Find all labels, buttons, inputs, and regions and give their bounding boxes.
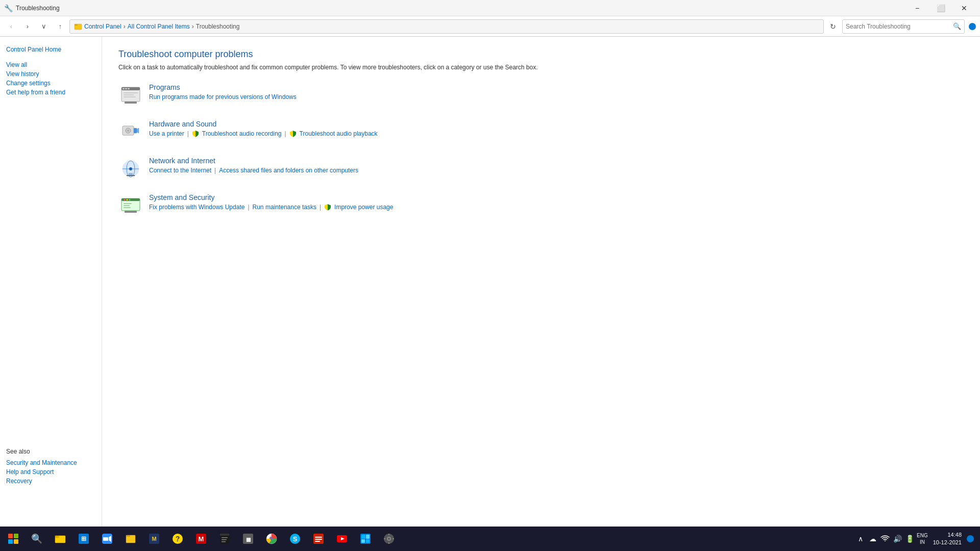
dropdown-button[interactable]: ∨: [37, 19, 51, 34]
svg-rect-31: [14, 534, 18, 538]
breadcrumb-current: Troubleshooting: [196, 23, 240, 30]
svg-text:⊞: ⊞: [81, 535, 86, 542]
files-icon: [125, 533, 137, 545]
svg-rect-29: [125, 211, 137, 213]
taskbar-chrome[interactable]: [260, 528, 283, 550]
svg-rect-77: [393, 538, 394, 539]
sidebar-item-get-help[interactable]: Get help from a friend: [6, 88, 95, 97]
tray-battery[interactable]: 🔋: [904, 534, 915, 544]
improve-power-link[interactable]: Improve power usage: [334, 204, 393, 211]
taskbar-store[interactable]: ⊞: [72, 528, 95, 550]
refresh-button[interactable]: ↻: [826, 19, 840, 34]
sidebar-item-control-panel-home[interactable]: Control Panel Home: [6, 45, 95, 54]
breadcrumb-sep-2: ›: [192, 23, 194, 30]
taskbar-skype[interactable]: S: [284, 528, 306, 550]
svg-rect-42: [126, 535, 130, 537]
system-security-title[interactable]: System and Security: [149, 193, 964, 202]
tray-lang[interactable]: ENG IN: [917, 532, 928, 545]
taskbar-app5[interactable]: M: [143, 528, 165, 550]
system-security-icon: [118, 193, 143, 218]
tray-chevron[interactable]: ∧: [855, 534, 866, 544]
window-title: Troubleshooting: [16, 5, 60, 12]
run-maintenance-link[interactable]: Run maintenance tasks: [253, 204, 316, 211]
sep-4: |: [248, 204, 249, 211]
youtube-icon: [336, 533, 348, 545]
svg-rect-39: [103, 537, 108, 541]
restore-button[interactable]: ⬜: [929, 0, 952, 16]
tray-cloud[interactable]: ☁: [868, 534, 878, 544]
minimize-button[interactable]: −: [905, 0, 929, 16]
svg-point-24: [127, 199, 128, 201]
notification-dot: [969, 23, 976, 30]
taskbar-app9[interactable]: ▦: [237, 528, 259, 550]
svg-rect-10: [125, 102, 137, 104]
breadcrumb-all-items[interactable]: All Control Panel Items: [128, 23, 190, 30]
hardware-sound-title[interactable]: Hardware and Sound: [149, 120, 964, 128]
zoom-icon: [101, 533, 113, 545]
fix-windows-update-link[interactable]: Fix problems with Windows Update: [149, 204, 244, 211]
network-internet-title[interactable]: Network and Internet: [149, 157, 964, 165]
title-bar: 🔧 Troubleshooting − ⬜ ✕: [0, 0, 980, 16]
taskbar-app12[interactable]: [307, 528, 330, 550]
svg-rect-74: [388, 534, 389, 535]
sidebar-links: Control Panel Home View all View history…: [0, 37, 102, 105]
svg-rect-19: [129, 173, 133, 175]
category-hardware-sound: Hardware and Sound Use a printer | Troub…: [118, 120, 964, 144]
svg-rect-75: [388, 542, 389, 544]
sidebar-item-view-history[interactable]: View history: [6, 69, 95, 79]
tray-volume[interactable]: 🔊: [892, 534, 902, 544]
see-also-recovery[interactable]: Recovery: [6, 477, 77, 486]
taskbar-search-button[interactable]: 🔍: [26, 528, 48, 550]
troubleshoot-recording-link[interactable]: Troubleshoot audio recording: [202, 130, 282, 137]
taskbar-gallery[interactable]: [354, 528, 377, 550]
svg-rect-32: [8, 539, 13, 544]
close-button[interactable]: ✕: [952, 0, 976, 16]
svg-text:M: M: [199, 535, 204, 543]
up-button[interactable]: ↑: [53, 19, 67, 34]
sidebar-item-view-all[interactable]: View all: [6, 60, 95, 69]
start-button[interactable]: [2, 528, 24, 550]
connect-internet-link[interactable]: Connect to the Internet: [149, 167, 211, 174]
troubleshoot-playback-link[interactable]: Troubleshoot audio playback: [300, 130, 378, 137]
breadcrumb-sep-1: ›: [124, 23, 126, 30]
access-shared-link[interactable]: Access shared files and folders on other…: [219, 167, 358, 174]
network-internet-links: Connect to the Internet | Access shared …: [149, 167, 964, 174]
tray-wifi[interactable]: [880, 534, 890, 544]
sep-3: |: [214, 167, 216, 174]
svg-rect-26: [124, 203, 132, 204]
svg-point-18: [129, 167, 132, 170]
clock-date: 10-12-2021: [933, 539, 962, 546]
taskbar-youtube[interactable]: [331, 528, 353, 550]
taskbar-notification-dot[interactable]: [967, 535, 974, 542]
forward-button[interactable]: ›: [20, 19, 35, 34]
programs-links: Run programs made for previous versions …: [149, 93, 964, 101]
programs-title[interactable]: Programs: [149, 83, 964, 91]
svg-rect-62: [315, 539, 322, 540]
run-programs-link[interactable]: Run programs made for previous versions …: [149, 93, 297, 101]
tray-lang-region: IN: [917, 539, 928, 545]
sidebar-item-change-settings[interactable]: Change settings: [6, 79, 95, 88]
svg-rect-61: [315, 537, 322, 538]
hardware-sound-icon: [118, 120, 143, 144]
taskbar-file-explorer[interactable]: [49, 528, 71, 550]
see-also-help-support[interactable]: Help and Support: [6, 467, 77, 477]
sep-1: |: [187, 130, 189, 137]
network-internet-content: Network and Internet Connect to the Inte…: [149, 157, 964, 174]
taskbar-notes[interactable]: [213, 528, 236, 550]
taskbar-zoom[interactable]: [96, 528, 118, 550]
see-also-security-maintenance[interactable]: Security and Maintenance: [6, 458, 77, 467]
svg-rect-53: [222, 541, 226, 542]
taskbar-antivirus[interactable]: M: [190, 528, 212, 550]
shield-icon-recording: [192, 130, 199, 137]
taskbar-help[interactable]: ?: [166, 528, 189, 550]
breadcrumb-control-panel[interactable]: Control Panel: [84, 23, 121, 30]
use-printer-link[interactable]: Use a printer: [149, 130, 184, 137]
system-clock[interactable]: 14:48 10-12-2021: [930, 531, 965, 547]
back-button[interactable]: ‹: [4, 19, 18, 34]
taskbar-files[interactable]: [119, 528, 142, 550]
taskbar-settings[interactable]: [378, 528, 400, 550]
svg-rect-6: [128, 88, 130, 89]
search-input[interactable]: [846, 23, 951, 30]
window-icon: 🔧: [4, 4, 13, 12]
svg-rect-52: [222, 539, 227, 540]
